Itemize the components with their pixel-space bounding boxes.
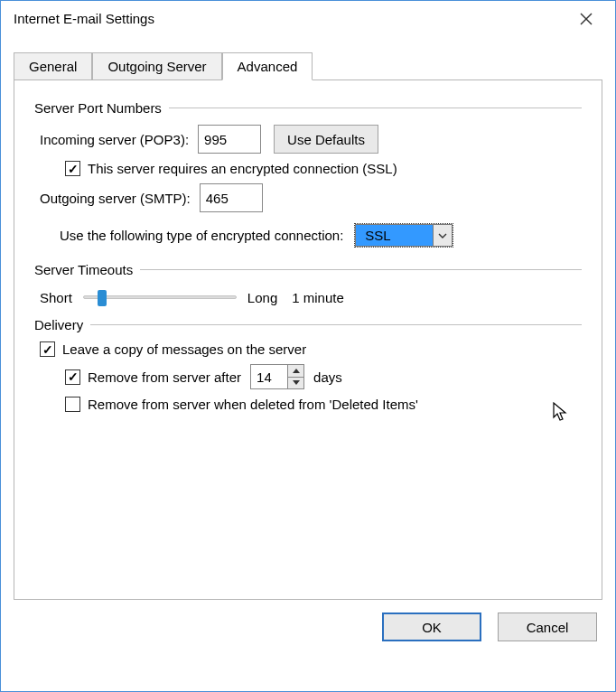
remove-after-checkbox[interactable] [65, 369, 80, 385]
group-label-server-timeouts: Server Timeouts [34, 262, 133, 277]
encryption-type-dropdown-button[interactable] [433, 224, 453, 247]
close-icon [580, 13, 593, 25]
incoming-port-input[interactable] [198, 125, 261, 154]
divider [169, 108, 582, 108]
outgoing-port-input[interactable] [200, 183, 263, 212]
remove-deleted-label: Remove from server when deleted from 'De… [88, 397, 418, 412]
encryption-type-combo[interactable]: SSL [354, 223, 453, 248]
spinner-down-button[interactable] [288, 377, 303, 389]
leave-copy-label: Leave a copy of messages on the server [62, 341, 306, 357]
group-delivery: Delivery [34, 317, 582, 332]
encryption-type-label: Use the following type of encrypted conn… [60, 228, 343, 243]
group-label-delivery: Delivery [34, 317, 83, 332]
divider [90, 324, 582, 325]
dialog-window: Internet E-mail Settings General Outgoin… [0, 0, 616, 692]
remove-after-label: Remove from server after [88, 369, 241, 385]
tabstrip: General Outgoing Server Advanced [14, 52, 602, 80]
group-server-port-numbers: Server Port Numbers [34, 100, 582, 116]
titlebar: Internet E-mail Settings [1, 1, 615, 37]
tabpanel-advanced: Server Port Numbers Incoming server (POP… [14, 79, 602, 600]
svg-marker-3 [293, 380, 300, 385]
timeout-slider[interactable] [83, 286, 237, 308]
ok-button[interactable]: OK [382, 613, 481, 641]
use-defaults-button[interactable]: Use Defaults [274, 125, 378, 154]
triangle-up-icon [293, 369, 300, 373]
group-server-timeouts: Server Timeouts [34, 262, 582, 277]
tab-outgoing-server[interactable]: Outgoing Server [92, 52, 221, 80]
leave-copy-checkbox[interactable] [40, 341, 55, 357]
row-remove-after: Remove from server after days [65, 364, 582, 389]
ssl-required-label: This server requires an encrypted connec… [88, 161, 397, 176]
row-timeout-slider: Short Long 1 minute [40, 286, 582, 308]
encryption-type-value: SSL [355, 224, 433, 247]
divider [140, 269, 582, 270]
close-button[interactable] [568, 5, 604, 33]
row-leave-copy: Leave a copy of messages on the server [40, 341, 582, 357]
row-outgoing-port: Outgoing server (SMTP): [40, 183, 582, 212]
svg-marker-2 [293, 369, 300, 373]
incoming-port-label: Incoming server (POP3): [40, 132, 189, 147]
tab-advanced[interactable]: Advanced [222, 52, 313, 80]
tabs-area: General Outgoing Server Advanced Server … [14, 51, 602, 600]
ssl-required-checkbox[interactable] [65, 161, 80, 176]
dialog-footer: OK Cancel [1, 600, 615, 658]
outgoing-port-label: Outgoing server (SMTP): [40, 191, 191, 206]
timeout-value: 1 minute [292, 290, 344, 305]
remove-after-unit: days [313, 369, 342, 385]
spinner-up-button[interactable] [288, 365, 303, 377]
spinner-buttons [287, 365, 303, 388]
chevron-down-icon [438, 233, 447, 238]
timeout-short-label: Short [40, 290, 72, 305]
group-label-server-ports: Server Port Numbers [34, 100, 162, 116]
remove-after-spinner[interactable] [250, 364, 304, 389]
triangle-down-icon [293, 380, 300, 385]
remove-deleted-checkbox[interactable] [65, 397, 80, 412]
tab-general[interactable]: General [14, 52, 92, 80]
cancel-button[interactable]: Cancel [498, 613, 597, 641]
row-encryption-type: Use the following type of encrypted conn… [60, 223, 582, 248]
row-incoming-port: Incoming server (POP3): Use Defaults [40, 125, 582, 154]
row-ssl-required: This server requires an encrypted connec… [65, 161, 582, 176]
slider-thumb[interactable] [98, 290, 107, 306]
remove-after-input[interactable] [251, 365, 287, 388]
row-remove-deleted: Remove from server when deleted from 'De… [65, 397, 582, 412]
window-title: Internet E-mail Settings [14, 11, 154, 26]
timeout-long-label: Long [247, 290, 277, 305]
